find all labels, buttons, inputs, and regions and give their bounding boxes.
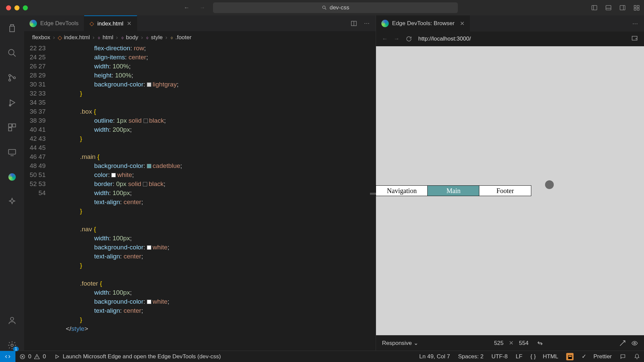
run-debug-icon[interactable] xyxy=(7,97,17,108)
layout-panel-right-icon[interactable] xyxy=(619,4,626,11)
browser-panel: Edge DevTools: Browser ✕ ⋯ ← → http://lo… xyxy=(376,15,644,351)
layout-panel-bottom-icon[interactable] xyxy=(605,4,612,11)
command-center[interactable]: dev-css xyxy=(213,2,458,13)
browser-tabs: Edge DevTools: Browser ✕ ⋯ xyxy=(376,15,644,32)
status-bar: 0 0 Launch Microsoft Edge and open the E… xyxy=(0,351,644,362)
language-mode[interactable]: { } HTML xyxy=(526,353,562,360)
svg-point-18 xyxy=(11,344,13,347)
debug-icon xyxy=(54,354,60,360)
edge-icon xyxy=(381,20,389,27)
crumb-file: ◇index.html xyxy=(58,34,90,41)
sparkle-icon[interactable] xyxy=(7,196,17,207)
crumb-folder: flexbox xyxy=(32,34,50,41)
device-toolbar: Responsive ⌄ 525 ✕ 554 xyxy=(376,335,644,351)
launch-task[interactable]: Launch Microsoft Edge and open the Edge … xyxy=(50,353,225,360)
more-actions-icon[interactable]: ⋯ xyxy=(632,20,638,27)
tab-label: index.html xyxy=(97,20,123,27)
indentation[interactable]: Spaces: 2 xyxy=(454,353,488,360)
preview-main-box: Main xyxy=(428,186,479,196)
svg-rect-13 xyxy=(9,124,12,127)
cursor-position[interactable]: Ln 49, Col 7 xyxy=(415,353,454,360)
explorer-icon[interactable] xyxy=(7,23,17,34)
search-text: dev-css xyxy=(330,4,350,11)
preview-nav-box: Navigation xyxy=(376,186,428,196)
preview-content: Navigation Main Footer xyxy=(376,186,531,196)
tab-browser[interactable]: Edge DevTools: Browser ✕ xyxy=(376,15,470,32)
layout-grid-icon[interactable] xyxy=(633,4,640,11)
browser-back-icon[interactable]: ← xyxy=(382,36,388,42)
svg-rect-6 xyxy=(634,8,636,10)
layout-panel-left-icon[interactable] xyxy=(591,4,598,11)
editor-group: Edge DevTools ◇ index.html ✕ ⋯ flexbox› … xyxy=(24,15,376,351)
viewport-height[interactable]: 554 xyxy=(519,340,528,347)
remote-indicator[interactable] xyxy=(0,351,15,362)
svg-rect-3 xyxy=(620,5,625,10)
svg-point-11 xyxy=(13,77,15,79)
url-text[interactable]: http://localhost:3000/ xyxy=(418,36,471,42)
cursor-indicator xyxy=(545,180,554,189)
close-window[interactable] xyxy=(6,5,11,10)
problems-indicator[interactable]: 0 0 xyxy=(15,353,50,360)
svg-rect-2 xyxy=(606,5,611,10)
browser-forward-icon[interactable]: → xyxy=(394,36,399,42)
svg-point-9 xyxy=(9,74,11,76)
viewport-width[interactable]: 525 xyxy=(494,340,503,347)
eol[interactable]: LF xyxy=(512,353,527,360)
error-icon xyxy=(19,354,25,360)
search-icon xyxy=(322,5,327,10)
screenshot-icon[interactable] xyxy=(619,340,626,347)
dimension-separator: ✕ xyxy=(509,340,514,347)
reload-icon[interactable] xyxy=(406,36,412,42)
prettier-badge[interactable]: ⬓ xyxy=(562,353,578,360)
svg-rect-5 xyxy=(637,5,639,7)
code-lines[interactable]: flex-direction: row; align-items: center… xyxy=(52,44,376,351)
maximize-window[interactable] xyxy=(23,5,28,10)
account-icon[interactable] xyxy=(7,315,17,326)
nav-back-icon[interactable]: ← xyxy=(184,4,190,11)
open-devtools-icon[interactable] xyxy=(631,35,638,43)
tab-label: Edge DevTools xyxy=(40,20,78,27)
titlebar: ← → dev-css xyxy=(0,0,644,15)
resize-handle[interactable] xyxy=(370,193,376,195)
tab-label: Edge DevTools: Browser xyxy=(392,20,454,27)
more-actions-icon[interactable]: ⋯ xyxy=(364,20,370,27)
notifications-icon[interactable] xyxy=(630,353,644,360)
search-icon[interactable] xyxy=(7,48,17,58)
crumb-html: ⬨html xyxy=(97,34,113,41)
minimize-window[interactable] xyxy=(14,5,19,10)
source-control-icon[interactable] xyxy=(7,72,17,83)
svg-rect-15 xyxy=(9,128,12,131)
tab-index-html[interactable]: ◇ index.html ✕ xyxy=(84,15,137,31)
device-select[interactable]: Responsive ⌄ xyxy=(382,340,418,347)
remote-explorer-icon[interactable] xyxy=(7,147,17,158)
split-editor-icon[interactable] xyxy=(351,20,357,27)
rotate-icon[interactable] xyxy=(537,340,543,347)
svg-rect-16 xyxy=(9,149,16,154)
code-editor[interactable]: 22 23 24 25 26 27 28 29 30 31 32 33 34 3… xyxy=(24,44,376,351)
prettier-status[interactable]: ✓ Prettier xyxy=(578,353,616,360)
activity-bar: 1 xyxy=(0,15,24,351)
encoding[interactable]: UTF-8 xyxy=(487,353,512,360)
svg-rect-14 xyxy=(12,124,15,127)
svg-rect-7 xyxy=(637,8,639,10)
editor-tabs: Edge DevTools ◇ index.html ✕ ⋯ xyxy=(24,15,376,32)
browser-viewport[interactable]: Navigation Main Footer xyxy=(376,46,644,335)
nav-forward-icon[interactable]: → xyxy=(200,4,205,11)
edge-devtools-icon[interactable] xyxy=(7,172,17,182)
crumb-body: ⬨body xyxy=(121,34,139,41)
svg-point-0 xyxy=(322,6,325,9)
svg-point-10 xyxy=(9,79,11,81)
preview-footer-box: Footer xyxy=(479,186,531,196)
feedback-icon[interactable] xyxy=(616,353,630,360)
extensions-icon[interactable] xyxy=(7,122,17,133)
breadcrumbs[interactable]: flexbox› ◇index.html› ⬨html› ⬨body› ⬨sty… xyxy=(24,32,376,44)
settings-gear-icon[interactable]: 1 xyxy=(7,340,17,351)
edge-icon xyxy=(30,20,37,27)
crumb-footer: ⬨.footer xyxy=(170,34,192,41)
close-tab-icon[interactable]: ✕ xyxy=(127,20,131,27)
tab-edge-devtools[interactable]: Edge DevTools xyxy=(24,15,84,31)
close-tab-icon[interactable]: ✕ xyxy=(460,20,465,27)
svg-point-8 xyxy=(9,50,14,55)
svg-rect-1 xyxy=(592,5,597,10)
eye-icon[interactable] xyxy=(631,340,638,347)
